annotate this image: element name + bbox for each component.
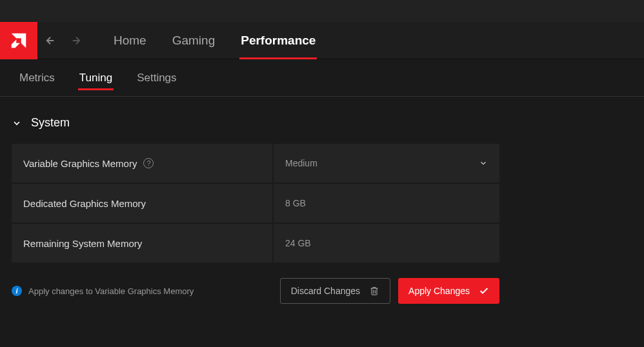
subtab-tuning[interactable]: Tuning	[69, 59, 123, 97]
amd-logo[interactable]	[0, 22, 37, 59]
dropdown-value: Medium	[285, 158, 317, 168]
footer-bar: i Apply changes to Variable Graphics Mem…	[12, 278, 499, 304]
arrow-left-icon	[45, 35, 56, 46]
setting-value-cell: 8 GB	[274, 184, 499, 223]
setting-value-cell: 24 GB	[274, 224, 499, 263]
discard-changes-button[interactable]: Discard Changes	[280, 278, 390, 304]
info-text: Apply changes to Variable Graphics Memor…	[28, 286, 194, 296]
chevron-down-icon	[12, 118, 22, 128]
setting-label: Variable Graphics Memory	[23, 158, 137, 169]
setting-label: Dedicated Graphics Memory	[23, 198, 146, 209]
setting-label-cell: Variable Graphics Memory ?	[12, 144, 272, 183]
section-toggle-system[interactable]: System	[12, 116, 632, 130]
setting-label-cell: Dedicated Graphics Memory	[12, 184, 272, 223]
titlebar	[0, 0, 644, 22]
info-note: i Apply changes to Variable Graphics Mem…	[12, 286, 280, 296]
button-label: Apply Changes	[408, 286, 470, 296]
button-label: Discard Changes	[291, 286, 360, 296]
arrow-right-icon	[70, 35, 82, 46]
variable-graphics-memory-dropdown[interactable]: Medium	[274, 144, 499, 183]
help-icon[interactable]: ?	[143, 158, 154, 168]
nav-forward-button[interactable]	[63, 22, 89, 59]
main-tabs: Home Gaming Performance	[101, 22, 328, 59]
tab-gaming[interactable]: Gaming	[159, 22, 228, 59]
tab-performance[interactable]: Performance	[228, 22, 328, 59]
section-title: System	[31, 116, 70, 130]
amd-logo-icon	[9, 31, 28, 50]
setting-value: 24 GB	[285, 238, 311, 248]
setting-row-dedicated-graphics-memory: Dedicated Graphics Memory 8 GB	[12, 184, 499, 223]
top-nav: Home Gaming Performance	[0, 22, 644, 59]
setting-row-remaining-system-memory: Remaining System Memory 24 GB	[12, 224, 499, 263]
setting-label: Remaining System Memory	[23, 238, 142, 249]
subtab-settings[interactable]: Settings	[126, 59, 186, 97]
content-area: System Variable Graphics Memory ? Medium…	[0, 97, 644, 315]
nav-back-button[interactable]	[37, 22, 63, 59]
sub-nav: Metrics Tuning Settings	[0, 59, 644, 97]
setting-label-cell: Remaining System Memory	[12, 224, 272, 263]
apply-changes-button[interactable]: Apply Changes	[398, 278, 499, 304]
subtab-metrics[interactable]: Metrics	[9, 59, 65, 97]
settings-table: Variable Graphics Memory ? Medium Dedica…	[12, 144, 499, 263]
check-icon	[479, 287, 489, 295]
chevron-down-icon	[479, 159, 488, 168]
setting-row-variable-graphics-memory: Variable Graphics Memory ? Medium	[12, 144, 499, 183]
setting-value: 8 GB	[285, 198, 306, 208]
tab-home[interactable]: Home	[101, 22, 159, 59]
trash-icon	[369, 285, 379, 297]
info-icon: i	[12, 286, 22, 296]
